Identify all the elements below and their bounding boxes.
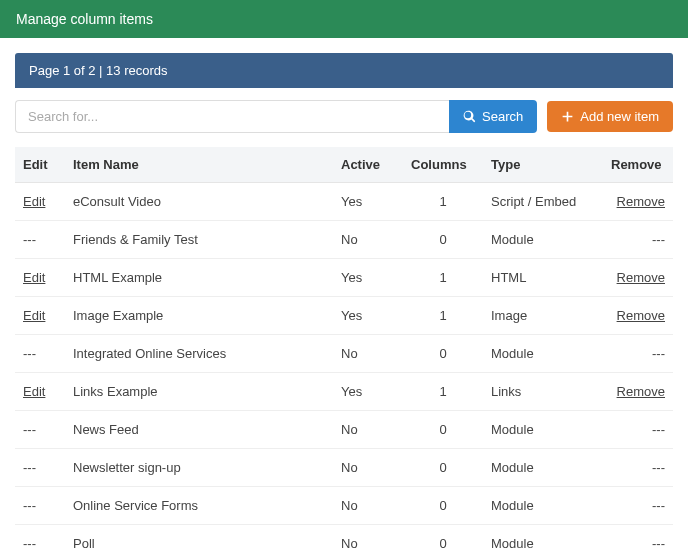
remove-cell-empty: --- bbox=[603, 487, 673, 525]
type-cell: Links bbox=[483, 373, 603, 411]
table-row: ---Friends & Family TestNo0Module--- bbox=[15, 221, 673, 259]
table-row: EditLinks ExampleYes1LinksRemove bbox=[15, 373, 673, 411]
col-header-edit: Edit bbox=[15, 147, 65, 183]
active-cell: No bbox=[333, 411, 403, 449]
edit-cell-empty: --- bbox=[15, 411, 65, 449]
remove-cell-empty: --- bbox=[603, 221, 673, 259]
type-cell: Image bbox=[483, 297, 603, 335]
item-name-cell: News Feed bbox=[65, 411, 333, 449]
edit-link[interactable]: Edit bbox=[23, 308, 45, 323]
item-name-cell: HTML Example bbox=[65, 259, 333, 297]
type-cell: Module bbox=[483, 411, 603, 449]
remove-cell-empty: --- bbox=[603, 449, 673, 487]
type-cell: HTML bbox=[483, 259, 603, 297]
active-cell: Yes bbox=[333, 183, 403, 221]
active-cell: No bbox=[333, 221, 403, 259]
columns-cell: 0 bbox=[403, 411, 483, 449]
table-row: EditeConsult VideoYes1Script / EmbedRemo… bbox=[15, 183, 673, 221]
columns-cell: 1 bbox=[403, 297, 483, 335]
type-cell: Module bbox=[483, 525, 603, 553]
search-button-label: Search bbox=[482, 109, 523, 124]
page-title: Manage column items bbox=[16, 11, 153, 27]
columns-cell: 0 bbox=[403, 525, 483, 553]
type-cell: Module bbox=[483, 335, 603, 373]
columns-cell: 0 bbox=[403, 487, 483, 525]
columns-cell: 0 bbox=[403, 449, 483, 487]
table-header-row: Edit Item Name Active Columns Type Remov… bbox=[15, 147, 673, 183]
item-name-cell: Friends & Family Test bbox=[65, 221, 333, 259]
remove-link[interactable]: Remove bbox=[617, 194, 665, 209]
item-name-cell: eConsult Video bbox=[65, 183, 333, 221]
records-summary-text: Page 1 of 2 | 13 records bbox=[29, 63, 168, 78]
edit-link[interactable]: Edit bbox=[23, 194, 45, 209]
item-name-cell: Newsletter sign-up bbox=[65, 449, 333, 487]
remove-cell-empty: --- bbox=[603, 411, 673, 449]
item-name-cell: Image Example bbox=[65, 297, 333, 335]
search-icon bbox=[463, 110, 476, 123]
records-summary: Page 1 of 2 | 13 records bbox=[15, 53, 673, 88]
columns-cell: 1 bbox=[403, 373, 483, 411]
col-header-remove: Remove bbox=[603, 147, 673, 183]
search-group: Search bbox=[15, 100, 537, 133]
remove-cell-empty: --- bbox=[603, 525, 673, 553]
type-cell: Script / Embed bbox=[483, 183, 603, 221]
col-header-active: Active bbox=[333, 147, 403, 183]
col-header-columns: Columns bbox=[403, 147, 483, 183]
plus-icon bbox=[561, 110, 574, 123]
table-row: EditHTML ExampleYes1HTMLRemove bbox=[15, 259, 673, 297]
item-name-cell: Online Service Forms bbox=[65, 487, 333, 525]
edit-cell-empty: --- bbox=[15, 487, 65, 525]
remove-link[interactable]: Remove bbox=[617, 308, 665, 323]
active-cell: No bbox=[333, 525, 403, 553]
edit-link[interactable]: Edit bbox=[23, 270, 45, 285]
edit-cell-empty: --- bbox=[15, 221, 65, 259]
active-cell: Yes bbox=[333, 259, 403, 297]
edit-cell-empty: --- bbox=[15, 335, 65, 373]
edit-link[interactable]: Edit bbox=[23, 384, 45, 399]
table-row: ---Newsletter sign-upNo0Module--- bbox=[15, 449, 673, 487]
active-cell: Yes bbox=[333, 373, 403, 411]
edit-cell-empty: --- bbox=[15, 525, 65, 553]
add-new-item-button[interactable]: Add new item bbox=[547, 101, 673, 132]
item-name-cell: Integrated Online Services bbox=[65, 335, 333, 373]
columns-cell: 0 bbox=[403, 335, 483, 373]
columns-cell: 1 bbox=[403, 183, 483, 221]
type-cell: Module bbox=[483, 449, 603, 487]
active-cell: Yes bbox=[333, 297, 403, 335]
add-button-label: Add new item bbox=[580, 109, 659, 124]
col-header-type: Type bbox=[483, 147, 603, 183]
table-row: EditImage ExampleYes1ImageRemove bbox=[15, 297, 673, 335]
type-cell: Module bbox=[483, 221, 603, 259]
item-name-cell: Poll bbox=[65, 525, 333, 553]
table-row: ---Online Service FormsNo0Module--- bbox=[15, 487, 673, 525]
toolbar: Search Add new item bbox=[15, 88, 673, 147]
type-cell: Module bbox=[483, 487, 603, 525]
columns-cell: 0 bbox=[403, 221, 483, 259]
remove-cell-empty: --- bbox=[603, 335, 673, 373]
table-row: ---PollNo0Module--- bbox=[15, 525, 673, 553]
edit-cell-empty: --- bbox=[15, 449, 65, 487]
col-header-name: Item Name bbox=[65, 147, 333, 183]
items-table: Edit Item Name Active Columns Type Remov… bbox=[15, 147, 673, 552]
search-input[interactable] bbox=[15, 100, 449, 133]
search-button[interactable]: Search bbox=[449, 100, 537, 133]
table-row: ---News FeedNo0Module--- bbox=[15, 411, 673, 449]
active-cell: No bbox=[333, 487, 403, 525]
table-row: ---Integrated Online ServicesNo0Module--… bbox=[15, 335, 673, 373]
item-name-cell: Links Example bbox=[65, 373, 333, 411]
active-cell: No bbox=[333, 449, 403, 487]
remove-link[interactable]: Remove bbox=[617, 270, 665, 285]
page-header: Manage column items bbox=[0, 0, 688, 38]
columns-cell: 1 bbox=[403, 259, 483, 297]
active-cell: No bbox=[333, 335, 403, 373]
remove-link[interactable]: Remove bbox=[617, 384, 665, 399]
